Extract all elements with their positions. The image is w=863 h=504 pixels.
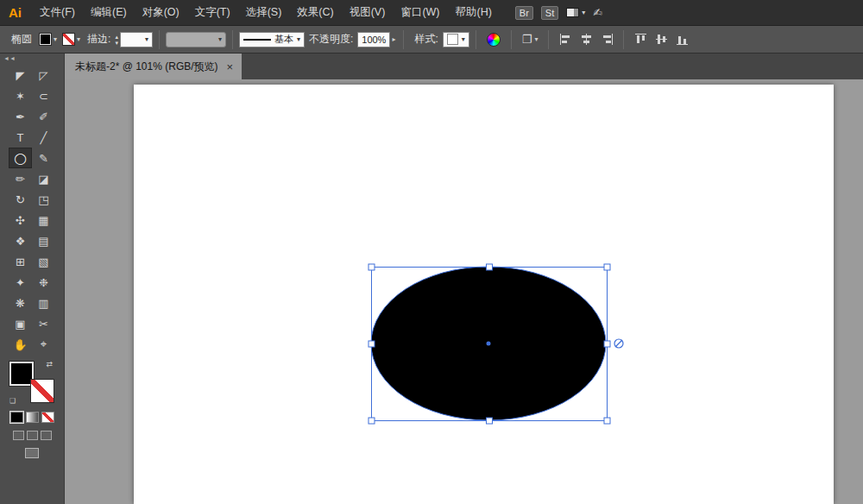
panel-collapse-button[interactable]: ◄◄ [0, 55, 64, 65]
menu-window[interactable]: 窗口(W) [393, 0, 447, 25]
rotate-tool[interactable]: ↻ [9, 189, 32, 210]
pencil-tool[interactable]: ✏ [9, 168, 32, 189]
perspective-grid-tool[interactable]: ▤ [32, 230, 55, 251]
brush-definition-select[interactable]: ▾ [166, 32, 226, 47]
menu-type[interactable]: 文字(T) [187, 0, 238, 25]
stroke-style-line-icon [243, 39, 271, 41]
mesh-tool[interactable]: ⊞ [9, 251, 32, 272]
draw-behind-button[interactable] [27, 431, 38, 440]
color-wheel-icon [487, 33, 501, 47]
stroke-color-indicator[interactable] [30, 379, 54, 403]
document-tab-title: 未标题-2* @ 101% (RGB/预览) [75, 60, 218, 74]
align-left-icon [559, 33, 572, 46]
selection-overlay [65, 79, 863, 504]
handle-top-center[interactable] [487, 264, 493, 270]
swap-fill-stroke-icon[interactable]: ⇄ [46, 360, 53, 369]
stroke-color-dropdown[interactable]: ▾ [62, 33, 80, 46]
style-select[interactable]: ▾ [443, 32, 469, 47]
magic-wand-tool[interactable]: ✶ [9, 85, 32, 106]
menu-edit[interactable]: 编辑(E) [83, 0, 135, 25]
blend-tool[interactable]: ❉ [32, 272, 55, 293]
stroke-weight-stepper[interactable]: ▴ ▾ [115, 34, 118, 46]
hand-tool[interactable]: ✋ [9, 334, 32, 355]
menu-view[interactable]: 视图(V) [342, 0, 394, 25]
handle-bottom-right[interactable] [604, 418, 610, 424]
center-point[interactable] [487, 342, 491, 346]
handle-bottom-left[interactable] [369, 418, 375, 424]
lasso-tool[interactable]: ⊂ [32, 85, 55, 106]
zoom-tool[interactable]: ⌖ [32, 334, 55, 355]
type-tool[interactable]: T [9, 127, 32, 148]
gradient-tool-icon: ▧ [38, 255, 48, 268]
blend-tool-icon: ❉ [39, 276, 48, 289]
pencil-tool-icon: ✏ [16, 173, 25, 186]
draw-normal-button[interactable] [13, 431, 24, 440]
paintbrush-tool[interactable]: ✎ [32, 148, 55, 168]
menu-help[interactable]: 帮助(H) [448, 0, 500, 25]
align-horizontal-center-icon [580, 33, 593, 46]
eraser-tool[interactable]: ◪ [32, 168, 55, 189]
workspace-icon [566, 8, 579, 17]
transform-panel-button[interactable]: ❐ ▾ [522, 33, 539, 46]
shape-builder-tool[interactable]: ❖ [9, 230, 32, 251]
stepper-down-icon[interactable]: ▾ [115, 40, 118, 46]
eyedropper-tool[interactable]: ✦ [9, 272, 32, 293]
artboard-tool[interactable]: ▣ [9, 313, 32, 334]
align-top-button[interactable] [631, 30, 650, 49]
column-graph-tool[interactable]: ▥ [32, 293, 55, 313]
menu-object[interactable]: 对象(O) [135, 0, 187, 25]
handle-top-right[interactable] [604, 264, 610, 270]
color-button[interactable] [10, 412, 23, 423]
lasso-tool-icon: ⊂ [39, 90, 48, 103]
handle-top-left[interactable] [369, 264, 375, 270]
line-segment-tool[interactable]: ╱ [32, 127, 55, 148]
align-horizontal-center-button[interactable] [576, 30, 595, 49]
opacity-select[interactable]: 100% [357, 32, 390, 47]
direct-selection-tool[interactable]: ◸ [32, 65, 55, 85]
stock-button[interactable]: St [541, 6, 558, 20]
pen-tool[interactable]: ✒ [9, 106, 32, 127]
free-transform-tool[interactable]: ▦ [32, 210, 55, 230]
align-right-icon [601, 33, 614, 46]
stroke-weight-select[interactable]: ▾ [120, 32, 153, 47]
canvas[interactable] [65, 79, 863, 504]
ellipse-tool[interactable]: ◯ [9, 148, 32, 168]
gradient-tool[interactable]: ▧ [32, 251, 55, 272]
tab-close-icon[interactable]: × [227, 60, 234, 73]
align-vertical-center-icon [655, 33, 668, 46]
document-tab[interactable]: 未标题-2* @ 101% (RGB/预览) × [65, 54, 242, 79]
hand-tool-icon: ✋ [13, 338, 27, 351]
gesture-icon[interactable]: ✍ [593, 6, 602, 19]
scale-tool-icon: ◳ [38, 193, 48, 206]
recolor-artwork-button[interactable] [487, 33, 501, 47]
selection-tool[interactable]: ◤ [9, 65, 32, 85]
fill-color-dropdown[interactable]: ▾ [39, 33, 57, 46]
none-button[interactable] [41, 412, 54, 423]
blob-brush-tool[interactable]: ✐ [32, 106, 55, 127]
menu-file[interactable]: 文件(F) [32, 0, 83, 25]
slice-tool[interactable]: ✂ [32, 313, 55, 334]
scale-tool[interactable]: ◳ [32, 189, 55, 210]
stepper-up-icon[interactable]: ▴ [115, 34, 118, 40]
handle-middle-right[interactable] [604, 341, 610, 347]
draw-inside-button[interactable] [41, 431, 52, 440]
handle-bottom-center[interactable] [487, 418, 493, 424]
screen-mode-button[interactable] [25, 448, 39, 458]
app-logo[interactable]: Ai [0, 5, 32, 20]
opacity-menu-icon[interactable]: ▸ [392, 35, 395, 43]
stroke-style-select[interactable]: 基本 ▾ [239, 32, 305, 47]
bridge-button[interactable]: Br [515, 6, 533, 20]
menu-effect[interactable]: 效果(C) [289, 0, 341, 25]
align-vertical-center-button[interactable] [652, 30, 671, 49]
default-colors-icon[interactable]: ❏ [9, 397, 16, 405]
handle-middle-left[interactable] [369, 341, 375, 347]
gradient-button[interactable] [26, 412, 39, 423]
align-right-button[interactable] [597, 30, 616, 49]
menu-select[interactable]: 选择(S) [238, 0, 290, 25]
align-bottom-button[interactable] [672, 30, 691, 49]
align-left-button[interactable] [556, 30, 575, 49]
width-tool[interactable]: ✣ [9, 210, 32, 230]
selection-tool-icon: ◤ [16, 69, 25, 82]
symbol-sprayer-tool[interactable]: ❋ [9, 293, 32, 313]
workspace-switcher[interactable]: ▾ [566, 8, 585, 17]
